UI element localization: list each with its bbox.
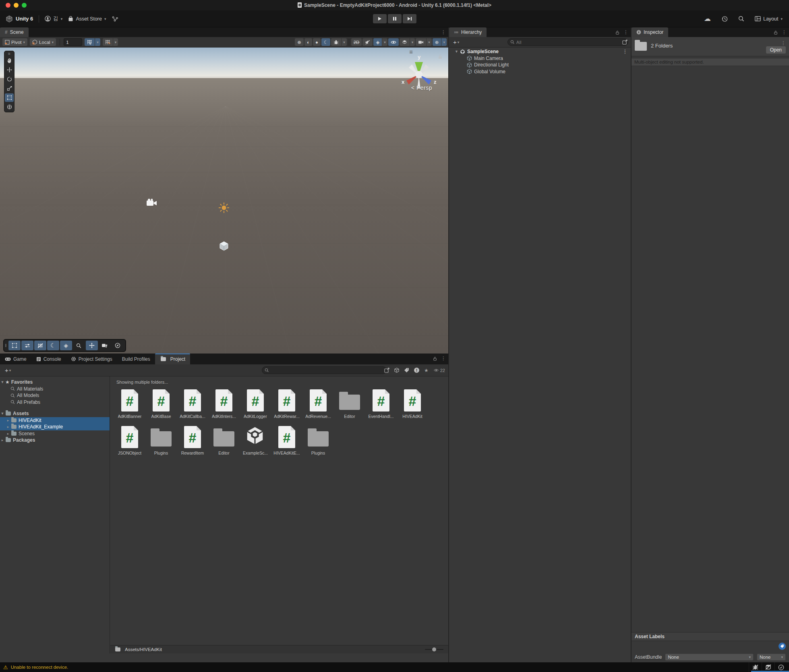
foldout-arrow-icon[interactable]: ▼ [0, 411, 5, 416]
grid-snap-dropdown[interactable]: ▾ [113, 38, 118, 46]
foldout-arrow-icon[interactable]: ▸ [6, 432, 10, 436]
tree-item-assets[interactable]: ▼ Assets [0, 410, 110, 417]
open-button[interactable]: Open [766, 46, 786, 54]
project-search[interactable] [262, 366, 387, 374]
pause-button[interactable] [388, 14, 402, 23]
asset-item[interactable]: ExampleSc... [240, 425, 271, 455]
foldout-arrow-icon[interactable]: ▼ [455, 50, 460, 54]
rect-select-overlay-button[interactable] [8, 341, 21, 350]
kebab-menu-icon[interactable]: ⋮ [623, 49, 627, 54]
layout-menu[interactable]: Layout ▾ [755, 16, 783, 22]
scene-viewport[interactable]: ≡ [0, 48, 448, 354]
asset-labels-header[interactable]: Asset Labels [632, 632, 789, 641]
gizmos-dropdown[interactable]: ▾ [441, 38, 447, 46]
directional-light-gizmo-icon[interactable] [218, 202, 230, 214]
shading-mode-wireframe-button[interactable]: ◐ [304, 38, 312, 46]
play-button[interactable] [373, 14, 387, 23]
navigation-overlay-button[interactable] [112, 341, 124, 350]
picker-icon[interactable] [384, 368, 389, 373]
foldout-arrow-icon[interactable]: ▸ [6, 418, 10, 422]
asset-item[interactable]: HIVEAdKitE... [271, 425, 302, 455]
debug-draw-dropdown[interactable]: ▾ [342, 38, 347, 46]
handle-rotation-button[interactable]: Local ▾ [30, 38, 56, 46]
layers-button[interactable] [400, 38, 410, 46]
asset-item[interactable]: Editor [334, 389, 365, 419]
grid-visibility-dropdown[interactable]: ▾ [95, 38, 100, 46]
kebab-menu-icon[interactable]: ⋮ [623, 29, 628, 35]
tab-scene[interactable]: # Scene [0, 27, 29, 37]
status-message[interactable]: Unable to reconnect device. [11, 665, 68, 670]
hierarchy-search[interactable] [507, 38, 628, 46]
step-button[interactable] [403, 14, 416, 23]
asset-item[interactable]: EventHandl... [365, 389, 397, 419]
tree-item-favorite-search[interactable]: All Prefabs [0, 399, 110, 406]
perspective-label[interactable]: < Persp [411, 85, 432, 91]
asset-item[interactable]: AdKitCallba... [177, 389, 208, 419]
lighting-overlay-button[interactable]: ☾ [47, 341, 59, 350]
grid-size-input[interactable] [64, 38, 82, 46]
rotate-tool-button[interactable] [5, 75, 14, 83]
camera-settings-dropdown[interactable]: ▾ [427, 38, 432, 46]
layers-dropdown[interactable]: ▾ [410, 38, 415, 46]
tree-item-packages[interactable]: ▸ Packages [0, 437, 110, 444]
scene-visibility-button[interactable] [388, 38, 399, 46]
create-object-button[interactable]: +▾ [451, 39, 461, 45]
asset-item[interactable]: AdKitBanner [114, 389, 145, 419]
hierarchy-search-input[interactable] [516, 40, 625, 45]
tab-build-profiles[interactable]: Build Profiles [117, 354, 155, 364]
lock-icon[interactable] [615, 30, 619, 35]
gizmos-button[interactable]: ⊕ [433, 38, 441, 46]
unresolved-filter-icon[interactable]: ! [414, 368, 419, 373]
assetbundle-dropdown[interactable]: None▾ [665, 653, 754, 661]
asset-item[interactable]: AdKitRewar... [271, 389, 302, 419]
tree-item-folder[interactable]: ▸ Scenes [0, 430, 110, 437]
tab-hierarchy[interactable]: ≔ Hierarchy [449, 27, 487, 37]
tab-project-settings[interactable]: Project Settings [66, 354, 117, 364]
tree-item-favorites[interactable]: ▼ ★ Favorites [0, 379, 110, 386]
label-filter-icon[interactable] [404, 368, 409, 373]
shading-mode-unlit-button[interactable]: ● [313, 38, 321, 46]
asset-item[interactable]: HIVEAdKit [397, 389, 428, 419]
create-asset-button[interactable]: +▾ [3, 367, 12, 374]
favorites-filter-icon[interactable]: ★ [424, 368, 429, 373]
grid-overlay-button[interactable] [34, 341, 46, 350]
effects-overlay-button[interactable]: ◈ [60, 341, 72, 350]
account-menu[interactable]: 김 ▾ [45, 15, 62, 22]
shading-mode-shaded-button[interactable]: ⊕ [295, 38, 304, 46]
project-tree[interactable]: ▼ ★ Favorites All Materials [0, 376, 110, 653]
asset-item[interactable]: RewardItem [177, 425, 208, 455]
rect-tool-button[interactable] [5, 93, 14, 102]
move-tool-button[interactable] [5, 66, 14, 74]
version-control-button[interactable] [112, 16, 118, 22]
thumbnail-zoom-slider[interactable] [425, 649, 443, 650]
lock-icon[interactable] [774, 30, 778, 35]
cloud-icon[interactable]: ☁ [704, 14, 711, 23]
project-grid-area[interactable]: Showing multiple folders... [110, 376, 448, 653]
tab-inspector[interactable]: Inspector [632, 27, 668, 37]
add-label-button[interactable] [779, 643, 786, 650]
hierarchy-item[interactable]: Directional Light [449, 62, 631, 68]
grid-visibility-button[interactable]: Y [85, 38, 95, 46]
view-tool-button[interactable] [5, 56, 14, 65]
tool-settings-overlay-button[interactable] [21, 341, 33, 350]
hierarchy-item[interactable]: Global Volume [449, 68, 631, 75]
slider-knob[interactable] [432, 647, 436, 651]
hierarchy-item[interactable]: Main Camera [449, 55, 631, 62]
asset-item[interactable]: Plugins [302, 425, 334, 455]
asset-item[interactable]: Plugins [145, 425, 177, 455]
lock-icon[interactable] [433, 356, 437, 361]
tab-console[interactable]: Console [31, 354, 66, 364]
lighting-toggle-button[interactable]: ☾ [321, 38, 330, 46]
debug-draw-button[interactable] [331, 38, 341, 46]
picker-icon[interactable] [622, 39, 627, 45]
overlay-drag-handle[interactable]: ‖ [5, 343, 7, 348]
search-overlay-button[interactable] [73, 341, 85, 350]
effects-button[interactable]: ◈ [373, 38, 382, 46]
tree-item-favorite-search[interactable]: All Models [0, 392, 110, 399]
scale-tool-button[interactable] [5, 84, 14, 93]
asset-item[interactable]: AdRevenue... [302, 389, 334, 419]
hierarchy-tree[interactable]: ▼ SampleScene ⋮ Main Camera [449, 48, 631, 75]
foldout-arrow-icon[interactable]: ▼ [0, 380, 5, 384]
kebab-menu-icon[interactable]: ⋮ [441, 29, 446, 35]
assetbundle-variant-dropdown[interactable]: None▾ [757, 653, 786, 661]
